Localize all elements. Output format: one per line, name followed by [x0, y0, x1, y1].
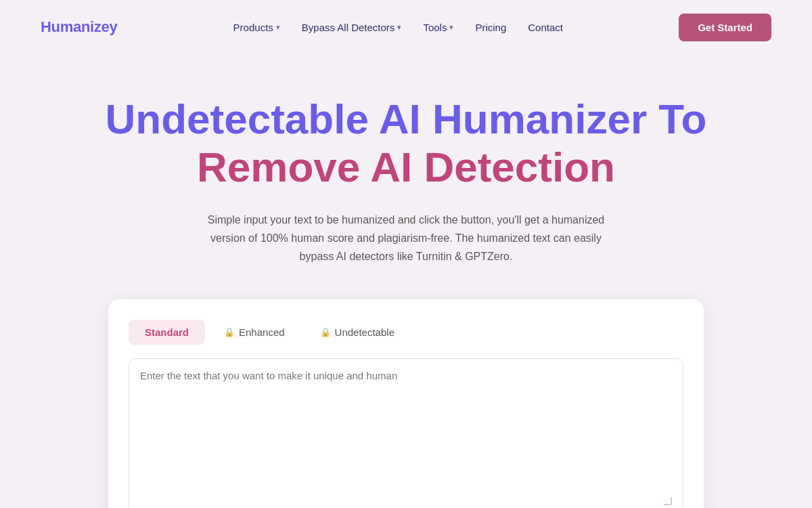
- tab-enhanced-label: Enhanced: [239, 326, 285, 338]
- resize-handle-icon: [664, 497, 672, 505]
- chevron-down-icon: ▾: [276, 23, 280, 32]
- logo[interactable]: Humanizey: [41, 18, 117, 36]
- nav-label-bypass: Bypass All Detectors: [302, 22, 395, 33]
- chevron-down-icon: ▾: [397, 23, 401, 32]
- tab-bar: Standard 🔒 Enhanced 🔒 Undetectable: [129, 320, 683, 345]
- resize-handle: [140, 494, 672, 505]
- nav-label-pricing: Pricing: [475, 22, 506, 33]
- nav-item-contact[interactable]: Contact: [528, 22, 563, 33]
- navbar: Humanizey Products ▾ Bypass All Detector…: [0, 0, 812, 54]
- chevron-down-icon: ▾: [449, 23, 453, 32]
- lock-icon-enhanced: 🔒: [224, 327, 235, 337]
- nav-item-tools[interactable]: Tools ▾: [423, 22, 453, 33]
- hero-title: Undetectable AI Humanizer To Remove AI D…: [41, 95, 771, 192]
- tab-standard-label: Standard: [145, 326, 189, 338]
- tab-standard[interactable]: Standard: [129, 320, 205, 345]
- nav-label-products: Products: [233, 22, 273, 33]
- nav-item-products[interactable]: Products ▾: [233, 22, 280, 33]
- get-started-button[interactable]: Get Started: [679, 14, 771, 41]
- tab-undetectable[interactable]: 🔒 Undetectable: [304, 320, 411, 345]
- nav-item-bypass[interactable]: Bypass All Detectors ▾: [302, 22, 402, 33]
- tool-card: Standard 🔒 Enhanced 🔒 Undetectable: [108, 299, 704, 508]
- tab-undetectable-label: Undetectable: [335, 326, 394, 338]
- hero-section: Undetectable AI Humanizer To Remove AI D…: [0, 54, 812, 508]
- text-area-wrapper: [129, 358, 683, 508]
- nav-item-pricing[interactable]: Pricing: [475, 22, 506, 33]
- hero-title-line1: Undetectable AI Humanizer To: [106, 96, 707, 142]
- hero-title-line2: Remove AI Detection: [197, 144, 615, 190]
- tab-enhanced[interactable]: 🔒 Enhanced: [208, 320, 301, 345]
- nav-label-contact: Contact: [528, 22, 563, 33]
- text-input[interactable]: [140, 370, 672, 492]
- nav-label-tools: Tools: [423, 22, 447, 33]
- hero-subtitle: Simple input your text to be humanized a…: [203, 211, 609, 266]
- nav-links: Products ▾ Bypass All Detectors ▾ Tools …: [233, 22, 563, 33]
- lock-icon-undetectable: 🔒: [320, 327, 331, 337]
